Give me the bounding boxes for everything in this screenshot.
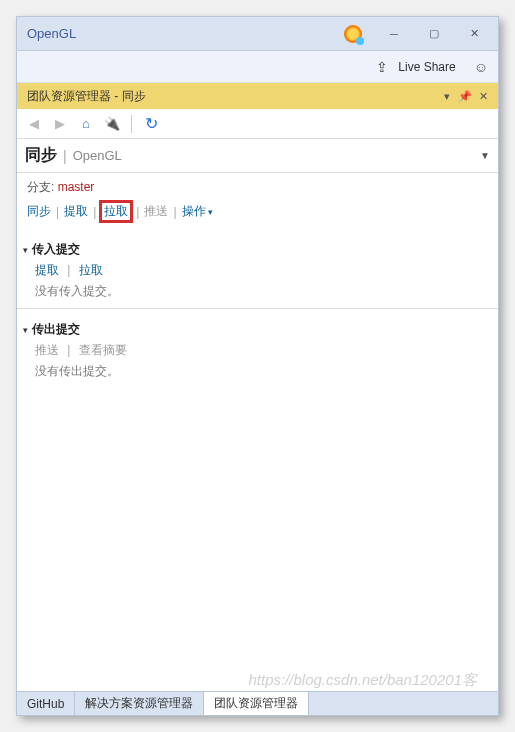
account-icon[interactable]: ☺ [474,59,488,75]
branch-label: 分支: [27,180,54,194]
live-share-button[interactable]: Live Share [398,60,455,74]
panel-header: 团队资源管理器 - 同步 ▾ 📌 ✕ [17,83,498,109]
section-divider [17,308,498,309]
connect-button[interactable]: 🔌 [101,113,123,135]
tab-team-explorer[interactable]: 团队资源管理器 [204,692,309,715]
refresh-button[interactable]: ↻ [140,113,162,135]
push-action[interactable]: 推送 [144,203,168,220]
minimize-button[interactable]: ─ [374,20,414,48]
panel-close-button[interactable]: ✕ [474,90,492,103]
outgoing-push[interactable]: 推送 [35,343,59,357]
breadcrumb-separator: | [63,148,67,164]
fetch-action[interactable]: 提取 [64,203,88,220]
incoming-fetch[interactable]: 提取 [35,263,59,277]
sync-action[interactable]: 同步 [27,203,51,220]
breadcrumb-dropdown[interactable]: ▼ [480,150,490,161]
collapse-icon: ▾ [23,245,28,255]
nav-back-button[interactable]: ◀ [23,113,45,135]
window-title: OpenGL [27,26,76,41]
close-button[interactable]: ✕ [454,20,494,48]
branch-name[interactable]: master [58,180,95,194]
outgoing-summary[interactable]: 查看摘要 [79,343,127,357]
pull-highlight: 拉取 [99,200,133,223]
incoming-title: 传入提交 [32,241,80,258]
outgoing-section-header[interactable]: ▾ 传出提交 [17,319,498,340]
breadcrumb-sub: OpenGL [73,148,122,163]
breadcrumb-main: 同步 [25,145,57,166]
nav-forward-button[interactable]: ▶ [49,113,71,135]
incoming-pull[interactable]: 拉取 [79,263,103,277]
outgoing-empty: 没有传出提交。 [35,361,492,386]
collapse-icon: ▾ [23,325,28,335]
panel-title: 团队资源管理器 - 同步 [27,88,438,105]
panel-menu-button[interactable]: ▾ [438,90,456,103]
pin-button[interactable]: 📌 [456,90,474,103]
maximize-button[interactable]: ▢ [414,20,454,48]
home-button[interactable]: ⌂ [75,113,97,135]
operations-dropdown[interactable]: 操作 [182,203,213,220]
incoming-section-header[interactable]: ▾ 传入提交 [17,239,498,260]
pull-action[interactable]: 拉取 [104,204,128,218]
share-icon[interactable]: ⇪ [376,59,388,75]
tab-solution-explorer[interactable]: 解决方案资源管理器 [75,692,204,715]
tab-github[interactable]: GitHub [17,692,75,715]
notification-badge-icon[interactable] [344,25,362,43]
toolbar-separator [131,115,132,133]
outgoing-title: 传出提交 [32,321,80,338]
incoming-empty: 没有传入提交。 [35,281,492,306]
